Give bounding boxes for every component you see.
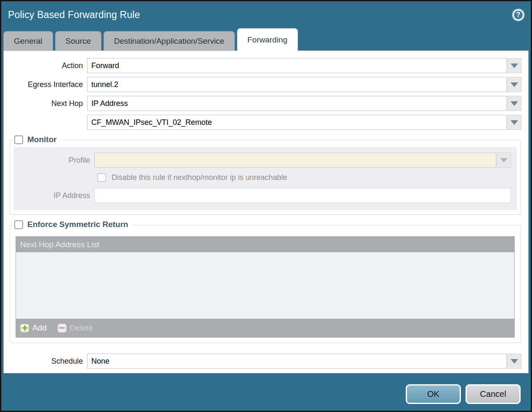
action-label: Action <box>4 61 87 70</box>
add-button[interactable]: Add <box>20 323 47 333</box>
tab-bar: General Source Destination/Application/S… <box>3 28 529 51</box>
tab-destination-application-service[interactable]: Destination/Application/Service <box>104 31 235 51</box>
action-row: Action Forward <box>4 58 521 73</box>
symmetric-return-section: Enforce Symmetric Return Next Hop Addres… <box>10 225 521 343</box>
symmetric-return-checkbox[interactable] <box>14 220 23 229</box>
next-hop-row: Next Hop IP Address <box>4 96 521 111</box>
monitor-disabled-panel: Profile Disable this rule if nexthop/mon… <box>13 147 517 210</box>
ok-button[interactable]: OK <box>406 384 461 404</box>
action-select[interactable]: Forward <box>87 58 507 73</box>
next-hop-address-row: CF_MWAN_IPsec_VTI_02_Remote <box>4 115 521 130</box>
monitor-legend: Monitor <box>13 135 61 144</box>
delete-button-label: Delete <box>70 323 93 333</box>
forwarding-tab-panel: Action Forward Egress Interface tunnel.2… <box>3 50 529 373</box>
minus-icon <box>58 324 66 333</box>
help-icon[interactable]: ? <box>513 9 524 21</box>
add-button-label: Add <box>32 323 47 333</box>
next-hop-label: Next Hop <box>4 99 87 108</box>
dialog-header: Policy Based Forwarding Rule ? <box>1 1 531 28</box>
next-hop-address-dropdown-button[interactable] <box>507 115 521 130</box>
egress-interface-row: Egress Interface tunnel.2 <box>4 77 521 92</box>
next-hop-type-select[interactable]: IP Address <box>87 96 507 111</box>
monitor-ip-address-input <box>94 188 511 203</box>
next-hop-address-list-table: Next Hop Address List Add Delete <box>16 236 515 338</box>
cancel-button[interactable]: Cancel <box>466 384 521 404</box>
chevron-down-icon <box>511 359 518 364</box>
delete-button: Delete <box>58 323 93 333</box>
next-hop-type-dropdown-button[interactable] <box>507 96 521 111</box>
next-hop-address-list-toolbar: Add Delete <box>16 319 514 337</box>
plus-icon <box>20 324 29 333</box>
symmetric-return-legend: Enforce Symmetric Return <box>13 220 133 229</box>
next-hop-address-select[interactable]: CF_MWAN_IPsec_VTI_02_Remote <box>87 115 507 130</box>
egress-interface-label: Egress Interface <box>4 80 87 89</box>
tab-general[interactable]: General <box>3 31 53 51</box>
schedule-dropdown-button[interactable] <box>507 354 521 369</box>
disable-rule-label: Disable this rule if nexthop/monitor ip … <box>112 173 287 182</box>
action-dropdown-button[interactable] <box>507 58 521 73</box>
dialog-title: Policy Based Forwarding Rule <box>8 9 140 21</box>
monitor-section: Monitor Profile Disable this rule if nex… <box>10 140 521 215</box>
chevron-down-icon <box>511 82 518 87</box>
egress-interface-select[interactable]: tunnel.2 <box>87 77 507 92</box>
profile-dropdown-button <box>497 153 511 168</box>
monitor-ip-address-label: IP Address <box>13 191 94 200</box>
monitor-checkbox[interactable] <box>14 135 23 144</box>
chevron-down-icon <box>511 63 518 68</box>
egress-interface-dropdown-button[interactable] <box>507 77 521 92</box>
disable-rule-checkbox <box>97 173 106 182</box>
chevron-down-icon <box>500 158 508 163</box>
disable-rule-row: Disable this rule if nexthop/monitor ip … <box>97 173 517 182</box>
profile-label: Profile <box>13 156 94 165</box>
chevron-down-icon <box>511 101 518 106</box>
next-hop-address-list-body[interactable] <box>16 252 514 319</box>
monitor-legend-label: Monitor <box>27 135 57 144</box>
profile-row: Profile <box>13 153 511 168</box>
symmetric-return-legend-label: Enforce Symmetric Return <box>27 220 128 229</box>
pbf-rule-dialog: { "dialog": { "title": "Policy Based For… <box>0 0 532 412</box>
chevron-down-icon <box>511 120 518 125</box>
monitor-ip-address-row: IP Address <box>13 188 511 203</box>
tab-forwarding[interactable]: Forwarding <box>237 28 298 51</box>
schedule-label: Schedule <box>4 357 87 366</box>
schedule-select[interactable]: None <box>87 354 507 369</box>
schedule-row: Schedule None <box>4 354 521 369</box>
profile-select <box>94 153 496 168</box>
next-hop-address-list-header: Next Hop Address List <box>16 237 514 252</box>
tab-source[interactable]: Source <box>55 31 101 51</box>
